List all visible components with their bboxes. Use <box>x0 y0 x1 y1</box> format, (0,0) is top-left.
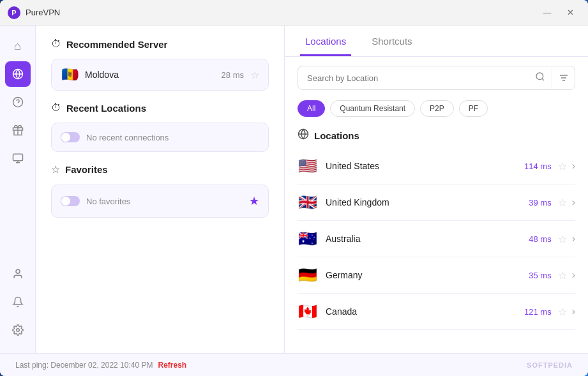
app-logo: P <box>8 6 20 19</box>
toggle-off-indicator <box>61 132 80 142</box>
location-item-ca[interactable]: 🇨🇦 Canada 121 ms ☆ › <box>298 294 575 330</box>
favorite-server-button[interactable]: ☆ <box>250 69 259 81</box>
uk-flag: 🇬🇧 <box>298 192 318 213</box>
sidebar-item-settings[interactable] <box>5 317 31 343</box>
uk-expand-icon: › <box>572 197 575 208</box>
favorites-star-decoration: ★ <box>249 194 259 208</box>
ca-expand-icon: › <box>572 306 575 317</box>
tab-locations[interactable]: Locations <box>300 26 351 56</box>
favorites-star-icon: ☆ <box>51 163 60 176</box>
filter-pf[interactable]: PF <box>459 100 488 117</box>
recent-empty-text: No recent connections <box>86 133 259 142</box>
recommended-server-item[interactable]: 🇲🇩 Moldova 28 ms ☆ <box>51 59 269 91</box>
filter-quantum[interactable]: Quantum Resistant <box>330 100 415 117</box>
favorites-header: ☆ Favorites <box>51 163 269 176</box>
recommended-header: ⏱ Recommended Server <box>51 38 269 50</box>
filter-p2p[interactable]: P2P <box>420 100 454 117</box>
search-input[interactable] <box>298 68 529 89</box>
de-name: Germany <box>326 270 529 280</box>
de-favorite-button[interactable]: ☆ <box>558 269 567 282</box>
app-body: ⌂ <box>0 26 588 353</box>
filter-all[interactable]: All <box>298 100 325 117</box>
svg-rect-6 <box>13 154 22 161</box>
title-bar-controls: — ✕ <box>537 4 580 22</box>
de-flag: 🇩🇪 <box>298 265 318 285</box>
filter-row: All Quantum Resistant P2P PF <box>285 96 588 123</box>
favorites-title: Favorites <box>65 164 108 175</box>
location-item-de[interactable]: 🇩🇪 Germany 35 ms ☆ › <box>298 257 575 294</box>
de-expand-icon: › <box>572 269 575 281</box>
left-panel: ⏱ Recommended Server 🇲🇩 Moldova 28 ms ☆ … <box>36 26 285 353</box>
tab-shortcuts[interactable]: Shortcuts <box>366 26 417 56</box>
au-favorite-button[interactable]: ☆ <box>558 233 567 245</box>
location-item-au[interactable]: 🇦🇺 Australia 48 ms ☆ › <box>298 221 575 257</box>
minimize-button[interactable]: — <box>537 4 557 22</box>
ca-flag: 🇨🇦 <box>298 301 318 322</box>
svg-line-12 <box>542 79 544 80</box>
sidebar: ⌂ <box>0 26 36 353</box>
us-favorite-button[interactable]: ☆ <box>558 160 567 172</box>
toggle-off-favorites <box>61 196 80 206</box>
sidebar-item-globe[interactable] <box>5 61 31 87</box>
us-ping: 114 ms <box>524 162 552 171</box>
svg-point-10 <box>16 329 19 332</box>
server-name: Moldova <box>85 70 222 80</box>
tabs-row: Locations Shortcuts <box>285 26 588 57</box>
au-expand-icon: › <box>572 233 575 244</box>
recommended-title: Recommended Server <box>66 39 167 50</box>
au-ping: 48 ms <box>529 234 551 244</box>
recent-empty-box: No recent connections <box>51 123 269 152</box>
location-item-uk[interactable]: 🇬🇧 United Kingdom 39 ms ☆ › <box>298 184 575 221</box>
us-flag: 🇺🇸 <box>298 156 318 176</box>
bottom-bar: Last ping: December 02, 2022 10:40 PM Re… <box>0 353 588 376</box>
clock-icon: ⏱ <box>51 38 61 50</box>
de-ping: 35 ms <box>529 271 551 280</box>
main-content: ⏱ Recommended Server 🇲🇩 Moldova 28 ms ☆ … <box>36 26 588 353</box>
close-button[interactable]: ✕ <box>560 4 580 22</box>
ca-ping: 121 ms <box>524 307 552 317</box>
au-name: Australia <box>326 234 529 244</box>
svg-point-11 <box>536 73 543 80</box>
title-bar: P PureVPN — ✕ <box>0 0 588 26</box>
moldova-flag: 🇲🇩 <box>61 66 79 84</box>
globe-locations-icon <box>298 128 309 143</box>
sidebar-item-bell[interactable] <box>5 289 31 315</box>
us-name: United States <box>326 161 524 171</box>
ca-favorite-button[interactable]: ☆ <box>558 306 567 318</box>
ca-name: Canada <box>326 306 524 317</box>
sidebar-item-gift[interactable] <box>5 117 31 143</box>
sidebar-item-help[interactable] <box>5 89 31 115</box>
watermark: SOFTPEDIA <box>527 361 573 369</box>
right-panel: Locations Shortcuts <box>285 26 588 353</box>
us-expand-icon: › <box>572 160 575 172</box>
server-ping: 28 ms <box>222 70 244 80</box>
app-window: P PureVPN — ✕ ⌂ <box>0 0 588 376</box>
recent-header: ⏱ Recent Locations <box>51 102 269 114</box>
refresh-button[interactable]: Refresh <box>158 361 186 370</box>
uk-name: United Kingdom <box>326 197 529 207</box>
locations-list: 🇺🇸 United States 114 ms ☆ › 🇬🇧 United Ki… <box>285 148 588 353</box>
au-flag: 🇦🇺 <box>298 229 318 249</box>
search-container <box>298 66 575 90</box>
uk-ping: 39 ms <box>529 198 551 207</box>
uk-favorite-button[interactable]: ☆ <box>558 197 567 209</box>
sidebar-item-devices[interactable] <box>5 146 31 171</box>
sidebar-item-user[interactable] <box>5 261 31 287</box>
app-title: PureVPN <box>26 8 537 17</box>
favorites-empty-box: No favorites ★ <box>51 184 269 218</box>
sidebar-item-home[interactable]: ⌂ <box>5 33 31 59</box>
favorites-empty-text: No favorites <box>86 197 243 206</box>
svg-point-9 <box>16 269 20 273</box>
locations-section-header: Locations <box>285 123 588 148</box>
recent-title: Recent Locations <box>66 103 146 114</box>
search-row <box>285 57 588 96</box>
recent-clock-icon: ⏱ <box>51 102 61 114</box>
filter-menu-button[interactable] <box>552 66 575 89</box>
locations-header-text: Locations <box>314 130 359 141</box>
last-ping-text: Last ping: December 02, 2022 10:40 PM <box>15 361 153 370</box>
search-button[interactable] <box>529 66 552 89</box>
location-item-us[interactable]: 🇺🇸 United States 114 ms ☆ › <box>298 148 575 184</box>
